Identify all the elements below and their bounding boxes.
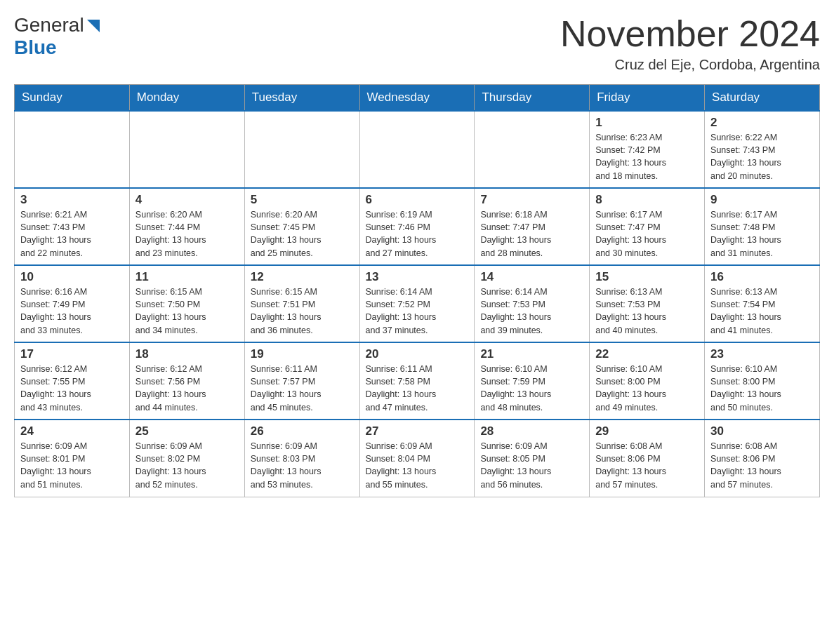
weekday-header-thursday: Thursday <box>475 85 590 112</box>
month-title: November 2024 <box>560 14 820 54</box>
day-number: 13 <box>366 270 469 284</box>
calendar-cell: 13Sunrise: 6:14 AMSunset: 7:52 PMDayligh… <box>359 265 475 342</box>
title-section: November 2024 Cruz del Eje, Cordoba, Arg… <box>560 14 820 73</box>
day-info: Sunrise: 6:19 AMSunset: 7:46 PMDaylight:… <box>366 208 469 260</box>
day-info: Sunrise: 6:15 AMSunset: 7:50 PMDaylight:… <box>135 286 239 337</box>
day-info: Sunrise: 6:21 AMSunset: 7:43 PMDaylight:… <box>20 208 124 260</box>
weekday-header-wednesday: Wednesday <box>359 85 475 112</box>
day-info: Sunrise: 6:14 AMSunset: 7:53 PMDaylight:… <box>480 286 583 337</box>
logo-triangle-icon <box>86 18 101 34</box>
day-number: 26 <box>251 424 354 438</box>
day-number: 11 <box>135 270 239 284</box>
logo: General Blue <box>14 14 101 59</box>
day-info: Sunrise: 6:11 AMSunset: 7:57 PMDaylight:… <box>251 363 354 414</box>
calendar-cell: 16Sunrise: 6:13 AMSunset: 7:54 PMDayligh… <box>705 265 820 342</box>
calendar-cell: 15Sunrise: 6:13 AMSunset: 7:53 PMDayligh… <box>590 265 705 342</box>
calendar-cell: 19Sunrise: 6:11 AMSunset: 7:57 PMDayligh… <box>244 342 359 420</box>
day-info: Sunrise: 6:22 AMSunset: 7:43 PMDaylight:… <box>710 131 814 182</box>
day-number: 17 <box>20 347 124 361</box>
weekday-header-friday: Friday <box>590 85 705 112</box>
day-number: 1 <box>595 116 699 130</box>
calendar-header-row: SundayMondayTuesdayWednesdayThursdayFrid… <box>15 85 820 112</box>
calendar-week-2: 3Sunrise: 6:21 AMSunset: 7:43 PMDaylight… <box>15 188 820 265</box>
day-info: Sunrise: 6:08 AMSunset: 8:06 PMDaylight:… <box>595 440 699 491</box>
calendar-cell <box>475 111 590 188</box>
logo-general-text: General <box>14 14 84 36</box>
calendar-cell: 5Sunrise: 6:20 AMSunset: 7:45 PMDaylight… <box>244 188 359 265</box>
calendar-cell: 10Sunrise: 6:16 AMSunset: 7:49 PMDayligh… <box>15 265 130 342</box>
calendar-cell <box>359 111 475 188</box>
day-number: 18 <box>135 347 239 361</box>
day-info: Sunrise: 6:16 AMSunset: 7:49 PMDaylight:… <box>20 286 124 337</box>
day-info: Sunrise: 6:12 AMSunset: 7:56 PMDaylight:… <box>135 363 239 414</box>
day-info: Sunrise: 6:14 AMSunset: 7:52 PMDaylight:… <box>366 286 469 337</box>
day-number: 27 <box>366 424 469 438</box>
weekday-header-saturday: Saturday <box>705 85 820 112</box>
calendar-cell <box>129 111 244 188</box>
calendar-cell: 6Sunrise: 6:19 AMSunset: 7:46 PMDaylight… <box>359 188 475 265</box>
calendar-cell: 30Sunrise: 6:08 AMSunset: 8:06 PMDayligh… <box>705 420 820 497</box>
day-info: Sunrise: 6:09 AMSunset: 8:05 PMDaylight:… <box>480 440 583 491</box>
day-info: Sunrise: 6:09 AMSunset: 8:04 PMDaylight:… <box>366 440 469 491</box>
calendar-cell: 11Sunrise: 6:15 AMSunset: 7:50 PMDayligh… <box>129 265 244 342</box>
calendar-cell <box>15 111 130 188</box>
calendar-cell: 21Sunrise: 6:10 AMSunset: 7:59 PMDayligh… <box>475 342 590 420</box>
day-info: Sunrise: 6:17 AMSunset: 7:47 PMDaylight:… <box>595 208 699 260</box>
calendar-cell: 17Sunrise: 6:12 AMSunset: 7:55 PMDayligh… <box>15 342 130 420</box>
day-info: Sunrise: 6:13 AMSunset: 7:54 PMDaylight:… <box>710 286 814 337</box>
day-number: 22 <box>595 347 699 361</box>
day-number: 3 <box>20 193 124 207</box>
calendar-cell: 3Sunrise: 6:21 AMSunset: 7:43 PMDaylight… <box>15 188 130 265</box>
day-info: Sunrise: 6:09 AMSunset: 8:01 PMDaylight:… <box>20 440 124 491</box>
page-header: General Blue November 2024 Cruz del Eje,… <box>14 14 820 73</box>
day-number: 4 <box>135 193 239 207</box>
weekday-header-monday: Monday <box>129 85 244 112</box>
day-number: 29 <box>595 424 699 438</box>
day-info: Sunrise: 6:08 AMSunset: 8:06 PMDaylight:… <box>710 440 814 491</box>
calendar-cell: 25Sunrise: 6:09 AMSunset: 8:02 PMDayligh… <box>129 420 244 497</box>
calendar-cell: 24Sunrise: 6:09 AMSunset: 8:01 PMDayligh… <box>15 420 130 497</box>
day-number: 2 <box>710 116 814 130</box>
day-number: 24 <box>20 424 124 438</box>
day-number: 10 <box>20 270 124 284</box>
day-number: 21 <box>480 347 583 361</box>
day-number: 7 <box>480 193 583 207</box>
day-number: 6 <box>366 193 469 207</box>
day-info: Sunrise: 6:17 AMSunset: 7:48 PMDaylight:… <box>710 208 814 260</box>
calendar-cell: 27Sunrise: 6:09 AMSunset: 8:04 PMDayligh… <box>359 420 475 497</box>
calendar-cell: 7Sunrise: 6:18 AMSunset: 7:47 PMDaylight… <box>475 188 590 265</box>
calendar-cell <box>244 111 359 188</box>
day-info: Sunrise: 6:18 AMSunset: 7:47 PMDaylight:… <box>480 208 583 260</box>
day-info: Sunrise: 6:13 AMSunset: 7:53 PMDaylight:… <box>595 286 699 337</box>
calendar-cell: 1Sunrise: 6:23 AMSunset: 7:42 PMDaylight… <box>590 111 705 188</box>
day-number: 28 <box>480 424 583 438</box>
location-text: Cruz del Eje, Cordoba, Argentina <box>560 57 820 73</box>
day-number: 9 <box>710 193 814 207</box>
day-number: 12 <box>251 270 354 284</box>
day-number: 5 <box>251 193 354 207</box>
calendar-cell: 2Sunrise: 6:22 AMSunset: 7:43 PMDaylight… <box>705 111 820 188</box>
day-number: 19 <box>251 347 354 361</box>
day-number: 16 <box>710 270 814 284</box>
calendar-cell: 26Sunrise: 6:09 AMSunset: 8:03 PMDayligh… <box>244 420 359 497</box>
calendar-cell: 18Sunrise: 6:12 AMSunset: 7:56 PMDayligh… <box>129 342 244 420</box>
calendar-cell: 4Sunrise: 6:20 AMSunset: 7:44 PMDaylight… <box>129 188 244 265</box>
calendar-week-1: 1Sunrise: 6:23 AMSunset: 7:42 PMDaylight… <box>15 111 820 188</box>
svg-marker-0 <box>87 20 100 32</box>
calendar-cell: 22Sunrise: 6:10 AMSunset: 8:00 PMDayligh… <box>590 342 705 420</box>
day-info: Sunrise: 6:12 AMSunset: 7:55 PMDaylight:… <box>20 363 124 414</box>
day-number: 8 <box>595 193 699 207</box>
day-number: 14 <box>480 270 583 284</box>
calendar-cell: 14Sunrise: 6:14 AMSunset: 7:53 PMDayligh… <box>475 265 590 342</box>
calendar-cell: 28Sunrise: 6:09 AMSunset: 8:05 PMDayligh… <box>475 420 590 497</box>
day-info: Sunrise: 6:10 AMSunset: 7:59 PMDaylight:… <box>480 363 583 414</box>
day-info: Sunrise: 6:10 AMSunset: 8:00 PMDaylight:… <box>710 363 814 414</box>
day-info: Sunrise: 6:10 AMSunset: 8:00 PMDaylight:… <box>595 363 699 414</box>
calendar-cell: 8Sunrise: 6:17 AMSunset: 7:47 PMDaylight… <box>590 188 705 265</box>
day-info: Sunrise: 6:23 AMSunset: 7:42 PMDaylight:… <box>595 131 699 182</box>
day-info: Sunrise: 6:20 AMSunset: 7:44 PMDaylight:… <box>135 208 239 260</box>
calendar-cell: 20Sunrise: 6:11 AMSunset: 7:58 PMDayligh… <box>359 342 475 420</box>
weekday-header-sunday: Sunday <box>15 85 130 112</box>
calendar-week-5: 24Sunrise: 6:09 AMSunset: 8:01 PMDayligh… <box>15 420 820 497</box>
day-number: 20 <box>366 347 469 361</box>
